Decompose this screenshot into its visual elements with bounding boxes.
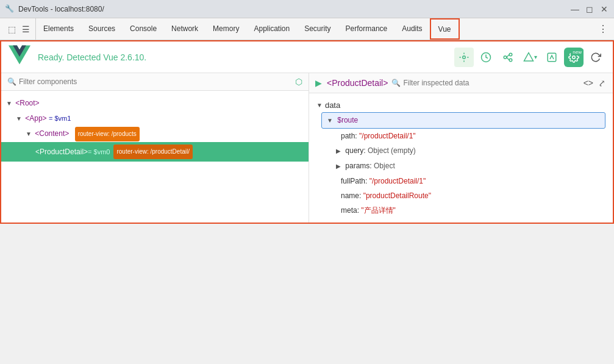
tab-vue[interactable]: Vue [430,18,460,40]
sroute-key: $route [337,116,358,124]
filter-icon: 🔍 [7,77,16,86]
svg-point-13 [573,55,576,59]
svg-line-10 [507,57,510,60]
title-bar: 🔧 DevTools - localhost:8080/ — ◻ ✕ [0,0,614,18]
productdetail-var: = $vm0 [88,145,110,159]
inspector-panel: ▶ <ProductDetail> 🔍 <> ⤤ ▼ data [309,73,613,223]
tab-network[interactable]: Network [164,18,205,40]
svg-point-7 [509,53,512,56]
name-value: "productDetailRoute" [363,191,431,200]
timeline-button[interactable] [476,48,496,67]
devtools-nav: ⬚ ☰ Elements Sources Console Network Mem… [0,18,614,40]
device-toggle-icon[interactable]: ☰ [20,24,32,34]
tab-sources[interactable]: Sources [81,18,123,40]
inspector-actions: <> ⤤ [582,77,607,89]
svg-rect-12 [548,53,556,62]
svg-line-9 [507,54,510,57]
inspector-title: <ProductDetail> [327,78,388,88]
app-var: = $vm1 [49,115,71,122]
svg-marker-11 [524,52,533,61]
new-badge: new [571,49,584,55]
svg-point-0 [463,55,466,59]
inspector-filter-input[interactable] [403,79,494,87]
settings-button[interactable]: new [564,48,584,67]
vuex-button[interactable] [498,48,518,67]
query-entry: ▶ query: Object (empty) [316,143,605,159]
inspector-filter: 🔍 [391,79,578,87]
vue-content: 🔍 ⬡ ▼ <Root> ▼ <App> = $vm1 [1,73,613,223]
tree-item-app[interactable]: ▼ <App> = $vm1 [1,111,309,126]
data-section-arrow[interactable]: ▼ [316,102,323,109]
component-tree-panel: 🔍 ⬡ ▼ <Root> ▼ <App> = $vm1 [1,73,309,223]
nav-icons: ⬚ ☰ [2,18,36,40]
content-arrow-icon: ▼ [26,130,32,137]
inspector-header: ▶ <ProductDetail> 🔍 <> ⤤ [309,73,613,93]
productdetail-tag: <ProductDetail> [35,145,88,159]
more-tabs-button[interactable]: ⋮ [594,23,612,35]
query-expand-icon[interactable]: ▶ [336,148,341,154]
app-tag: <App> [25,114,46,123]
data-section-header: ▼ data [316,98,605,112]
performance-button[interactable] [542,48,562,67]
fullpath-entry: fullPath: "/productDetail/1" [316,174,605,188]
params-expand-icon[interactable]: ▶ [336,163,341,170]
vue-panel: Ready. Detected Vue 2.6.10. [0,40,614,224]
minimize-button[interactable]: — [570,4,580,14]
meta-value: "产品详情" [361,206,396,215]
name-entry: name: "productDetailRoute" [316,188,605,203]
router-button[interactable]: ▾ [520,48,540,67]
name-key: name: [341,191,363,200]
meta-entry: meta: "产品详情" [316,203,605,218]
data-section: ▼ data ▼ $route path: "/productDetail/1" [316,98,605,218]
close-button[interactable]: ✕ [599,4,609,14]
vue-header: Ready. Detected Vue 2.6.10. [1,41,613,73]
tree-filter-bar: 🔍 ⬡ [1,73,309,91]
content-tag: <Content> [35,129,69,138]
sroute-expand-icon[interactable]: ▼ [327,117,333,124]
view-code-icon[interactable]: <> [582,77,594,89]
path-value: "/productDetail/1" [359,132,416,140]
tree-item-content[interactable]: ▼ <Content> router-view: /products [1,126,309,142]
inspector-search-icon: 🔍 [391,79,401,87]
tab-elements[interactable]: Elements [36,18,81,40]
refresh-button[interactable] [586,48,605,67]
window-title: DevTools - localhost:8080/ [18,5,570,13]
maximize-button[interactable]: ◻ [585,4,594,14]
vue-ready-text: Ready. Detected Vue 2.6.10. [38,52,146,62]
root-tag: <Root> [15,99,39,107]
inspector-body: ▼ data ▼ $route path: "/productDetail/1" [309,93,613,223]
tab-security[interactable]: Security [297,18,338,40]
svg-point-6 [504,55,507,59]
component-inspector-button[interactable] [454,48,474,67]
vue-header-actions: ▾ new [454,48,605,67]
vue-logo [9,44,30,71]
tree-item-root[interactable]: ▼ <Root> [1,96,309,111]
inspect-element-icon[interactable]: ⬚ [6,24,18,34]
content-route-badge: router-view: /products [75,127,140,141]
productdetail-route-badge: router-view: /productDetail/ [113,145,193,159]
path-entry: path: "/productDetail/1" [316,129,605,143]
component-tree-body: ▼ <Root> ▼ <App> = $vm1 ▼ <Content> rout… [1,91,309,223]
params-value: Object [374,162,395,170]
app-arrow-icon: ▼ [16,115,22,122]
query-key: query: [345,146,368,155]
tab-memory[interactable]: Memory [205,18,246,40]
favicon-icon: 🔧 [5,4,15,14]
filter-components-input[interactable] [19,77,295,86]
open-in-editor-icon[interactable]: ⤤ [597,77,607,89]
svg-point-8 [509,59,512,62]
fullpath-key: fullPath: [341,177,369,185]
tree-item-productdetail[interactable]: <ProductDetail> = $vm0 router-view: /pro… [1,142,309,162]
query-value: Object (empty) [368,146,416,155]
tab-audits[interactable]: Audits [394,18,429,40]
root-arrow-icon: ▼ [6,100,12,107]
params-entry: ▶ params: Object [316,159,605,174]
tab-application[interactable]: Application [246,18,297,40]
filter-settings-icon[interactable]: ⬡ [295,77,302,87]
tab-performance[interactable]: Performance [338,18,395,40]
tab-console[interactable]: Console [123,18,164,40]
window-controls: — ◻ ✕ [570,4,609,14]
data-section-label: data [325,101,340,110]
inspector-arrow-icon: ▶ [315,78,322,88]
nav-tabs: Elements Sources Console Network Memory … [36,18,594,40]
